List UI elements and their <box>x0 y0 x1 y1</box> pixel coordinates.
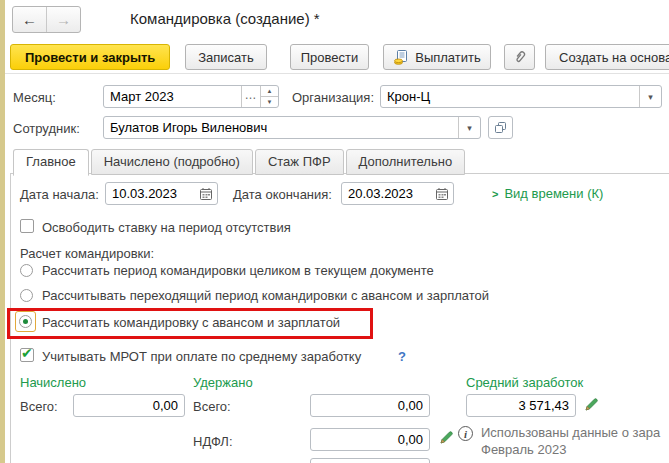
month-label: Месяц: <box>13 90 56 105</box>
calc-group-label: Расчет командировки: <box>20 246 154 261</box>
calendar-icon[interactable] <box>195 183 217 204</box>
ndfl-input[interactable] <box>311 429 429 450</box>
open-in-window-icon <box>494 121 507 134</box>
partial-bottom-field[interactable] <box>310 458 430 463</box>
annotation-highlight-box <box>7 308 373 339</box>
employee-field[interactable]: ▾ <box>103 116 481 139</box>
window-accent-strip <box>0 0 5 463</box>
withheld-header: Удержано <box>193 375 253 390</box>
mrot-checkbox-label: Учитывать МРОТ при оплате по среднему за… <box>42 349 361 364</box>
forward-button[interactable]: → <box>46 7 80 32</box>
month-input[interactable] <box>104 86 241 107</box>
toolbar-separator <box>5 73 669 74</box>
ndfl-label: НДФЛ: <box>193 434 233 449</box>
accrued-header: Начислено <box>20 375 86 390</box>
time-type-link-label: Вид времени (К) <box>504 186 603 201</box>
info-note-line2: Февраль 2023 <box>481 442 566 457</box>
tab-bar: Главное Начислено (подробно) Стаж ПФР До… <box>13 149 465 174</box>
nav-history-group: ← → <box>12 6 81 33</box>
accrued-total-field[interactable] <box>73 394 185 417</box>
organization-dropdown-icon[interactable]: ▾ <box>639 86 661 107</box>
date-end-field[interactable] <box>341 182 454 205</box>
radio-calc-rolling-period-label: Рассчитывать переходящий период командир… <box>42 288 489 303</box>
employee-dropdown-icon[interactable]: ▾ <box>458 117 480 138</box>
radio-calc-whole-period-label: Рассчитать период командировки целиком в… <box>42 263 434 278</box>
pay-button-label: Выплатить <box>415 50 481 65</box>
info-icon-letter: i <box>464 428 467 440</box>
time-type-link[interactable]: > Вид времени (К) <box>492 186 603 201</box>
calendar-icon[interactable] <box>431 183 453 204</box>
create-based-on-button[interactable]: Создать на основа <box>545 44 669 70</box>
organization-field[interactable]: ▾ <box>380 85 662 108</box>
pay-button[interactable]: Выплатить <box>383 44 491 70</box>
date-end-label: Дата окончания: <box>233 187 332 202</box>
withheld-total-label: Всего: <box>193 399 231 414</box>
average-earnings-header: Средний заработок <box>466 375 583 390</box>
date-start-label: Дата начала: <box>20 187 99 202</box>
radio-calc-whole-period[interactable] <box>20 264 33 277</box>
radio-calc-rolling-period[interactable] <box>20 289 33 302</box>
spinner-down-icon[interactable]: ▼ <box>261 96 278 107</box>
edit-pencil-icon[interactable] <box>438 429 455 446</box>
tab-pfr-service[interactable]: Стаж ПФР <box>255 149 344 175</box>
help-link[interactable]: ? <box>398 349 406 364</box>
organization-label: Организация: <box>292 90 374 105</box>
month-select-button[interactable]: … <box>241 86 260 107</box>
tab-accrued-detail[interactable]: Начислено (подробно) <box>91 149 253 175</box>
edit-pencil-icon[interactable] <box>583 396 600 413</box>
free-rate-checkbox[interactable] <box>20 219 34 233</box>
accrued-total-label: Всего: <box>20 399 58 414</box>
date-start-field[interactable] <box>105 182 218 205</box>
tab-main[interactable]: Главное <box>13 149 89 176</box>
save-button[interactable]: Записать <box>185 44 267 70</box>
tab-additional[interactable]: Дополнительно <box>346 149 466 175</box>
back-arrow-icon: ← <box>22 11 37 28</box>
accrued-total-input[interactable] <box>74 395 184 416</box>
checkmark-icon: ✔ <box>21 345 33 361</box>
date-start-input[interactable] <box>106 183 195 204</box>
back-button[interactable]: ← <box>13 7 46 32</box>
month-spinner[interactable]: ▲ ▼ <box>260 86 278 107</box>
info-icon: i <box>458 426 473 441</box>
free-rate-checkbox-label: Освободить ставку на период отсутствия <box>42 220 291 235</box>
chevron-right-icon: > <box>492 188 498 200</box>
attachments-button[interactable] <box>504 44 535 70</box>
employee-label: Сотрудник: <box>13 121 80 136</box>
pay-document-coins-icon <box>393 49 409 65</box>
date-end-input[interactable] <box>342 183 431 204</box>
forward-arrow-icon: → <box>56 11 71 28</box>
employee-open-button[interactable] <box>488 116 513 139</box>
paperclip-icon <box>512 49 528 65</box>
mrot-checkbox[interactable]: ✔ <box>20 348 34 362</box>
info-note-line1: Использованы данные о зара <box>481 425 660 440</box>
ndfl-field[interactable] <box>310 428 430 451</box>
post-button[interactable]: Провести <box>290 44 369 70</box>
withheld-total-input[interactable] <box>311 395 429 416</box>
withheld-total-field[interactable] <box>310 394 430 417</box>
organization-input[interactable] <box>381 86 639 107</box>
employee-input[interactable] <box>104 117 458 138</box>
average-earnings-input[interactable] <box>467 395 575 416</box>
post-and-close-button[interactable]: Провести и закрыть <box>10 44 170 70</box>
spinner-up-icon[interactable]: ▲ <box>261 86 278 96</box>
month-field[interactable]: … ▲ ▼ <box>103 85 279 108</box>
page-title: Командировка (создание) * <box>130 10 320 27</box>
average-earnings-field[interactable] <box>466 394 576 417</box>
